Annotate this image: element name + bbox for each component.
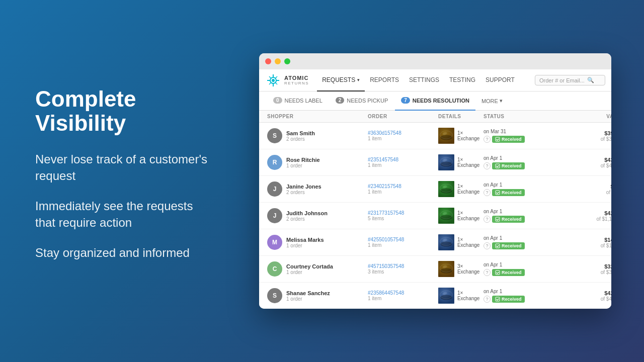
nav-support[interactable]: SUPPORT [480, 69, 520, 92]
exchange-label: 1× Exchange [457, 130, 484, 141]
svg-point-21 [440, 188, 452, 194]
tab-needs-resolution[interactable]: 7 NEEDS RESOLUTION [395, 92, 475, 111]
svg-point-41 [440, 295, 452, 300]
product-image [438, 233, 454, 251]
table-row[interactable]: R Rose Ritchie 1 order #2351457548 1 ite… [259, 149, 611, 176]
help-icon[interactable]: ? [484, 162, 491, 169]
order-items: 3 items [368, 269, 438, 275]
received-badge: Received [492, 296, 525, 303]
close-button[interactable] [265, 58, 271, 64]
table-header: SHOPPER ORDER DETAILS STATUS VALUE [259, 111, 611, 123]
tab-more[interactable]: MORE ▾ [476, 92, 508, 111]
tabs-bar: 0 NEEDS LABEL 2 NEEDS PICKUP 7 NEEDS RES… [259, 92, 611, 111]
help-icon[interactable]: ? [484, 296, 491, 303]
check-icon [495, 270, 500, 275]
more-arrow-icon: ▾ [500, 98, 503, 104]
order-cell: #235864457548 1 item [368, 290, 438, 301]
tab-needs-pickup[interactable]: 2 NEEDS PICKUP [330, 92, 394, 111]
svg-rect-14 [496, 137, 500, 141]
main-value: $147.32 [564, 237, 611, 243]
avatar: S [267, 288, 282, 303]
logo-icon [265, 72, 281, 88]
search-box[interactable]: Order # or Email... 🔍 [535, 75, 605, 85]
received-badge: Received [492, 189, 525, 196]
order-items: 1 item [368, 189, 438, 195]
nav-testing[interactable]: TESTING [444, 69, 480, 92]
status-cell: on Apr 1 ? Received [484, 155, 564, 169]
value-cell: $147.32 of $147.32 [564, 237, 611, 248]
table-row[interactable]: J Judith Johnson 2 orders #231773157548 … [259, 203, 611, 229]
check-icon [495, 243, 500, 248]
nav-bar: ATOMIC RETURNS REQUESTS ▾ REPORTS SETTIN… [259, 69, 611, 92]
sub-value: of $425.62 [564, 296, 611, 302]
order-number: #457150357548 [368, 263, 438, 269]
value-cell: $435.49 of $435.49 [564, 157, 611, 168]
exchange-label: 1× Exchange [457, 157, 484, 168]
help-icon[interactable]: ? [484, 216, 491, 223]
table-row[interactable]: C Courtney Cortada 1 order #457150357548… [259, 256, 611, 283]
order-cell: #23402157548 1 item [368, 184, 438, 195]
svg-rect-34 [496, 244, 500, 248]
received-badge: Received [492, 162, 525, 169]
shopper-orders: 2 orders [286, 136, 315, 142]
value-cell: $391.94 of $391.94 [564, 130, 611, 142]
order-items: 5 items [368, 216, 438, 221]
received-badge: Received [492, 136, 525, 143]
order-cell: #231773157548 5 items [368, 210, 438, 221]
app-window: ATOMIC RETURNS REQUESTS ▾ REPORTS SETTIN… [259, 53, 611, 309]
order-number: #2351457548 [368, 157, 438, 162]
nav-settings[interactable]: SETTINGS [404, 69, 444, 92]
status-cell: on Mar 31 ? Received [484, 129, 564, 143]
avatar: J [267, 208, 282, 223]
svg-point-11 [440, 135, 452, 140]
details-cell: 1× Exchange [438, 180, 484, 198]
product-image [438, 153, 454, 171]
point-2: Immediately see the requests that requir… [35, 198, 211, 231]
value-cell: $325.89 of $325.89 [564, 263, 611, 275]
help-icon[interactable]: ? [484, 136, 491, 143]
table-row[interactable]: M Melissa Marks 1 order #425501057548 1 … [259, 229, 611, 256]
details-cell: 1× Exchange [438, 233, 484, 251]
table-row[interactable]: S Shanae Sanchez 1 order #235864457548 1… [259, 283, 611, 309]
shopper-name: Rose Ritchie [286, 157, 320, 163]
table-row[interactable]: J Janine Jones 2 orders #23402157548 1 i… [259, 176, 611, 203]
order-number: #23402157548 [368, 184, 438, 189]
help-icon[interactable]: ? [484, 269, 491, 276]
minimize-button[interactable] [275, 58, 281, 64]
details-cell: 1× Exchange [438, 207, 484, 225]
exchange-label: 1× Exchange [457, 184, 484, 195]
shopper-cell: S Sam Smith 2 orders [267, 128, 368, 143]
product-image [438, 260, 454, 278]
search-placeholder: Order # or Email... [539, 77, 585, 83]
status-date: on Apr 1 [484, 262, 564, 267]
point-1: Never lose track of a customer's request [35, 151, 211, 184]
table-row[interactable]: S Sam Smith 2 orders #3630d157548 1 item [259, 123, 611, 149]
help-icon[interactable]: ? [484, 242, 491, 249]
shopper-name: Courtney Cortada [286, 263, 333, 269]
sub-value: of $391.94 [564, 136, 611, 142]
help-icon[interactable]: ? [484, 189, 491, 196]
received-badge: Received [492, 216, 525, 223]
received-badge: Received [492, 242, 525, 249]
nav-requests[interactable]: REQUESTS ▾ [317, 69, 365, 92]
status-cell: on Apr 1 ? Received [484, 235, 564, 249]
sub-value: of $147.32 [564, 243, 611, 248]
product-image [438, 207, 454, 225]
tab-needs-label[interactable]: 0 NEEDS LABEL [267, 92, 329, 111]
maximize-button[interactable] [284, 58, 290, 64]
shopper-name: Judith Johnson [286, 210, 328, 216]
main-value: $325.89 [564, 263, 611, 269]
svg-line-9 [269, 82, 271, 84]
right-panel: ATOMIC RETURNS REQUESTS ▾ REPORTS SETTIN… [242, 53, 644, 309]
check-icon [495, 190, 500, 195]
nav-reports[interactable]: REPORTS [365, 69, 404, 92]
order-number: #425501057548 [368, 237, 438, 242]
status-date: on Apr 1 [484, 155, 564, 161]
order-number: #235864457548 [368, 290, 438, 296]
status-cell: on Apr 1 ? Received [484, 182, 564, 196]
shopper-orders: 1 order [286, 296, 330, 302]
details-cell: 3× Exchange [438, 260, 484, 278]
value-cell: $0.00 of $0.00 [564, 184, 611, 195]
product-image [438, 287, 454, 305]
shopper-orders: 1 order [286, 269, 333, 275]
